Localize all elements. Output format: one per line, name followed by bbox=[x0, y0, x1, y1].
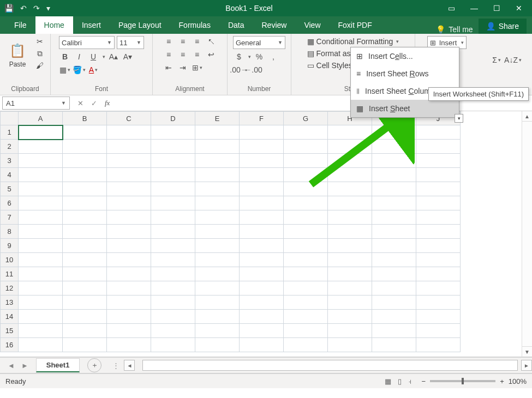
cell[interactable] bbox=[416, 182, 461, 196]
cell[interactable] bbox=[328, 324, 372, 338]
cell[interactable] bbox=[151, 324, 195, 338]
tab-home[interactable]: Home bbox=[35, 16, 73, 34]
cell[interactable] bbox=[240, 225, 284, 239]
cell[interactable] bbox=[19, 253, 63, 267]
cell[interactable] bbox=[63, 196, 107, 210]
cell[interactable] bbox=[328, 140, 372, 154]
cell[interactable] bbox=[372, 210, 416, 225]
cell[interactable] bbox=[328, 296, 372, 310]
cell[interactable] bbox=[372, 296, 416, 310]
font-size-combo[interactable]: 11▼ bbox=[117, 36, 144, 49]
cell[interactable] bbox=[151, 225, 195, 239]
cell[interactable] bbox=[240, 210, 284, 225]
column-header[interactable]: E bbox=[195, 112, 240, 125]
cell[interactable] bbox=[107, 324, 151, 338]
cell[interactable] bbox=[416, 154, 461, 168]
cell[interactable] bbox=[328, 154, 372, 168]
select-all-corner[interactable] bbox=[1, 112, 19, 125]
cell[interactable] bbox=[240, 168, 284, 182]
increase-decimal-button[interactable]: .00→ bbox=[233, 64, 245, 75]
row-header[interactable]: 9 bbox=[1, 239, 19, 253]
cell[interactable] bbox=[195, 210, 240, 225]
tab-insert[interactable]: Insert bbox=[73, 16, 110, 34]
cell[interactable] bbox=[328, 210, 372, 225]
cell[interactable] bbox=[151, 310, 195, 324]
cell[interactable] bbox=[63, 253, 107, 267]
cell[interactable] bbox=[416, 281, 461, 296]
ribbon-display-options-icon[interactable]: ▭ bbox=[448, 4, 455, 13]
cell[interactable] bbox=[63, 140, 107, 154]
tab-formulas[interactable]: Formulas bbox=[170, 16, 219, 34]
column-header[interactable]: B bbox=[63, 112, 107, 125]
cell[interactable] bbox=[107, 338, 151, 352]
cell[interactable] bbox=[151, 168, 195, 182]
cell[interactable] bbox=[372, 140, 416, 154]
insert-sheet-item[interactable]: ▦ Insert Sheet bbox=[351, 100, 459, 117]
cell[interactable] bbox=[151, 296, 195, 310]
dropdown-pin-icon[interactable]: ▾ bbox=[455, 114, 463, 123]
cell[interactable] bbox=[328, 310, 372, 324]
cell[interactable] bbox=[284, 253, 328, 267]
cell[interactable] bbox=[416, 253, 461, 267]
cell[interactable] bbox=[284, 281, 328, 296]
redo-icon[interactable]: ↷ bbox=[33, 4, 40, 13]
cell[interactable] bbox=[151, 125, 195, 140]
tell-me[interactable]: 💡 Tell me bbox=[431, 25, 478, 34]
cell[interactable] bbox=[416, 210, 461, 225]
cell[interactable] bbox=[107, 154, 151, 168]
cell[interactable] bbox=[372, 168, 416, 182]
decrease-decimal-button[interactable]: ←.00 bbox=[247, 64, 259, 75]
zoom-slider[interactable]: − + 100% bbox=[422, 377, 527, 385]
cell[interactable] bbox=[240, 140, 284, 154]
decrease-indent-button[interactable]: ⇤ bbox=[163, 62, 175, 73]
cell[interactable] bbox=[372, 225, 416, 239]
cell[interactable] bbox=[372, 281, 416, 296]
row-header[interactable]: 11 bbox=[1, 267, 19, 281]
cell[interactable] bbox=[328, 196, 372, 210]
name-box[interactable]: A1▼ bbox=[2, 97, 70, 110]
cell[interactable] bbox=[416, 140, 461, 154]
cell[interactable] bbox=[195, 267, 240, 281]
row-header[interactable]: 5 bbox=[1, 182, 19, 196]
scroll-up-button[interactable]: ▲ bbox=[522, 111, 532, 122]
cell[interactable] bbox=[195, 168, 240, 182]
cell[interactable] bbox=[195, 140, 240, 154]
cell[interactable] bbox=[19, 182, 63, 196]
row-header[interactable]: 4 bbox=[1, 168, 19, 182]
maximize-button[interactable]: ☐ bbox=[493, 4, 500, 13]
cell[interactable] bbox=[63, 182, 107, 196]
cell[interactable] bbox=[372, 253, 416, 267]
borders-button[interactable]: ▦▾ bbox=[59, 64, 71, 75]
cell[interactable] bbox=[151, 267, 195, 281]
cell[interactable] bbox=[107, 253, 151, 267]
horizontal-scrollbar[interactable]: ⋮ ◄ ► bbox=[101, 360, 532, 371]
cell[interactable] bbox=[107, 168, 151, 182]
cell[interactable] bbox=[195, 253, 240, 267]
cell[interactable] bbox=[19, 267, 63, 281]
underline-button[interactable]: U bbox=[87, 51, 99, 62]
row-header[interactable]: 13 bbox=[1, 296, 19, 310]
row-header[interactable]: 3 bbox=[1, 154, 19, 168]
normal-view-button[interactable]: ▦ bbox=[385, 377, 391, 385]
cell[interactable] bbox=[240, 125, 284, 140]
cell[interactable] bbox=[328, 281, 372, 296]
sort-filter-button[interactable]: A↓Z▾ bbox=[507, 55, 519, 65]
split-handle[interactable]: ⋮ bbox=[112, 361, 121, 370]
cell[interactable] bbox=[107, 310, 151, 324]
fx-icon[interactable]: fx bbox=[105, 99, 110, 107]
row-header[interactable]: 10 bbox=[1, 253, 19, 267]
cut-button[interactable]: ✂ bbox=[34, 36, 46, 47]
cell[interactable] bbox=[328, 182, 372, 196]
cell[interactable] bbox=[151, 281, 195, 296]
align-right-button[interactable]: ≡ bbox=[191, 49, 203, 60]
merge-center-button[interactable]: ⊞▾ bbox=[191, 62, 203, 73]
minimize-button[interactable]: — bbox=[470, 4, 478, 13]
cell[interactable] bbox=[284, 182, 328, 196]
cell[interactable] bbox=[151, 196, 195, 210]
cell[interactable] bbox=[372, 125, 416, 140]
cell[interactable] bbox=[195, 281, 240, 296]
cell[interactable] bbox=[19, 225, 63, 239]
cell[interactable] bbox=[372, 324, 416, 338]
zoom-out-button[interactable]: − bbox=[422, 377, 426, 385]
cell[interactable] bbox=[416, 296, 461, 310]
